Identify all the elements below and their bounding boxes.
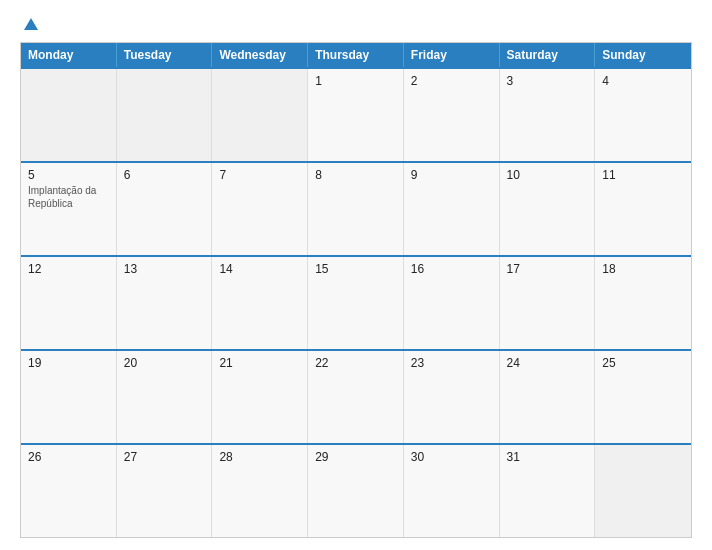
day-number: 3: [507, 74, 588, 88]
day-number: 25: [602, 356, 684, 370]
day-number: 27: [124, 450, 205, 464]
calendar-cell: 15: [308, 257, 404, 349]
calendar-header: MondayTuesdayWednesdayThursdayFridaySatu…: [21, 43, 691, 67]
weekday-header: Tuesday: [117, 43, 213, 67]
day-number: 17: [507, 262, 588, 276]
calendar-cell: 18: [595, 257, 691, 349]
day-number: 29: [315, 450, 396, 464]
header: [20, 18, 692, 32]
calendar-cell: 2: [404, 69, 500, 161]
calendar-row: 5Implantação da República67891011: [21, 161, 691, 255]
calendar-cell: 28: [212, 445, 308, 537]
calendar-cell: 21: [212, 351, 308, 443]
page: MondayTuesdayWednesdayThursdayFridaySatu…: [0, 0, 712, 550]
day-number: 5: [28, 168, 109, 182]
calendar-cell: 30: [404, 445, 500, 537]
calendar-cell: 19: [21, 351, 117, 443]
day-number: 28: [219, 450, 300, 464]
calendar-cell: 8: [308, 163, 404, 255]
day-number: 1: [315, 74, 396, 88]
day-number: 21: [219, 356, 300, 370]
logo-triangle-icon: [24, 18, 38, 30]
weekday-header: Monday: [21, 43, 117, 67]
day-number: 18: [602, 262, 684, 276]
calendar-cell: 25: [595, 351, 691, 443]
calendar-cell: 7: [212, 163, 308, 255]
calendar-cell: 5Implantação da República: [21, 163, 117, 255]
weekday-header: Sunday: [595, 43, 691, 67]
calendar: MondayTuesdayWednesdayThursdayFridaySatu…: [20, 42, 692, 538]
day-number: 7: [219, 168, 300, 182]
holiday-label: Implantação da República: [28, 184, 109, 210]
day-number: 4: [602, 74, 684, 88]
calendar-cell: 23: [404, 351, 500, 443]
weekday-header: Friday: [404, 43, 500, 67]
calendar-cell: 26: [21, 445, 117, 537]
weekday-header: Thursday: [308, 43, 404, 67]
calendar-cell: 22: [308, 351, 404, 443]
calendar-cell: 3: [500, 69, 596, 161]
calendar-cell: 17: [500, 257, 596, 349]
calendar-cell: 16: [404, 257, 500, 349]
calendar-row: 19202122232425: [21, 349, 691, 443]
calendar-cell: [21, 69, 117, 161]
logo: [20, 18, 38, 32]
calendar-cell: [595, 445, 691, 537]
weekday-header: Saturday: [500, 43, 596, 67]
calendar-cell: 10: [500, 163, 596, 255]
calendar-body: 12345Implantação da República67891011121…: [21, 67, 691, 537]
calendar-cell: 12: [21, 257, 117, 349]
calendar-cell: 24: [500, 351, 596, 443]
day-number: 12: [28, 262, 109, 276]
day-number: 20: [124, 356, 205, 370]
calendar-cell: 9: [404, 163, 500, 255]
calendar-cell: 6: [117, 163, 213, 255]
calendar-cell: 20: [117, 351, 213, 443]
day-number: 22: [315, 356, 396, 370]
day-number: 31: [507, 450, 588, 464]
calendar-cell: 1: [308, 69, 404, 161]
day-number: 24: [507, 356, 588, 370]
calendar-cell: [117, 69, 213, 161]
day-number: 10: [507, 168, 588, 182]
day-number: 19: [28, 356, 109, 370]
calendar-cell: 4: [595, 69, 691, 161]
day-number: 14: [219, 262, 300, 276]
calendar-row: 1234: [21, 67, 691, 161]
day-number: 26: [28, 450, 109, 464]
calendar-row: 262728293031: [21, 443, 691, 537]
day-number: 16: [411, 262, 492, 276]
calendar-cell: [212, 69, 308, 161]
day-number: 8: [315, 168, 396, 182]
day-number: 23: [411, 356, 492, 370]
day-number: 13: [124, 262, 205, 276]
day-number: 6: [124, 168, 205, 182]
day-number: 15: [315, 262, 396, 276]
calendar-cell: 31: [500, 445, 596, 537]
day-number: 9: [411, 168, 492, 182]
logo-text: [20, 18, 38, 32]
day-number: 11: [602, 168, 684, 182]
calendar-cell: 27: [117, 445, 213, 537]
calendar-row: 12131415161718: [21, 255, 691, 349]
calendar-cell: 13: [117, 257, 213, 349]
weekday-header: Wednesday: [212, 43, 308, 67]
calendar-cell: 29: [308, 445, 404, 537]
day-number: 30: [411, 450, 492, 464]
calendar-cell: 11: [595, 163, 691, 255]
day-number: 2: [411, 74, 492, 88]
calendar-cell: 14: [212, 257, 308, 349]
